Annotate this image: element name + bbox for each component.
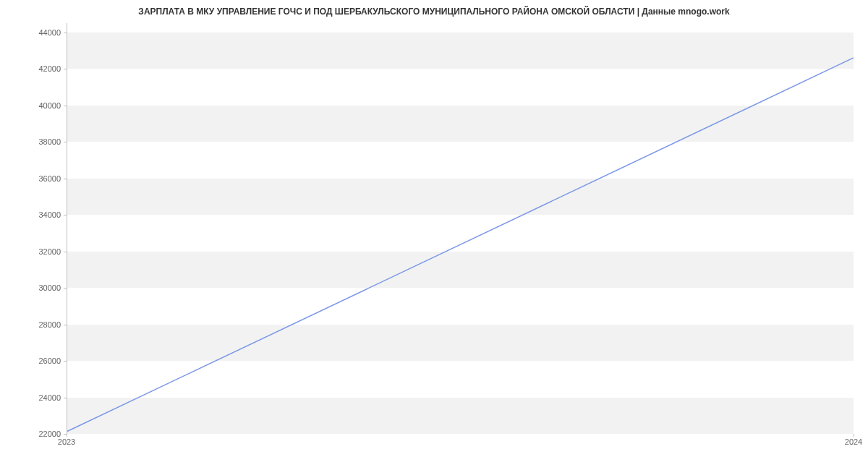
y-tick-label: 30000 [17,283,61,292]
y-tick-mark [64,325,67,325]
x-tick-label: 2024 [845,437,862,446]
y-tick-label: 36000 [17,174,61,183]
x-tick-label: 2023 [58,437,75,446]
x-tick-mark [854,434,854,437]
y-tick-mark [64,142,67,142]
y-tick-mark [64,361,67,362]
x-tick-mark [67,434,67,437]
y-tick-mark [64,252,67,252]
y-tick-mark [64,398,67,398]
y-tick-mark [64,69,67,69]
y-tick-label: 34000 [17,210,61,219]
y-tick-mark [64,179,67,179]
chart-container: ЗАРПЛАТА В МКУ УПРАВЛЕНИЕ ГОЧС И ПОД ШЕР… [0,0,868,470]
plot-area [67,23,854,434]
y-tick-label: 42000 [17,64,61,73]
y-tick-mark [64,215,67,215]
y-tick-mark [64,33,67,33]
series-line [67,58,854,432]
y-tick-label: 44000 [17,28,61,37]
y-tick-label: 24000 [17,393,61,402]
y-tick-label: 40000 [17,101,61,110]
y-tick-label: 38000 [17,137,61,146]
y-tick-mark [64,288,67,289]
y-tick-label: 22000 [17,430,61,438]
y-tick-mark [64,106,67,106]
y-tick-label: 28000 [17,320,61,329]
y-tick-label: 32000 [17,247,61,256]
chart-line [67,23,854,433]
y-tick-label: 26000 [17,356,61,365]
chart-title: ЗАРПЛАТА В МКУ УПРАВЛЕНИЕ ГОЧС И ПОД ШЕР… [0,7,868,17]
